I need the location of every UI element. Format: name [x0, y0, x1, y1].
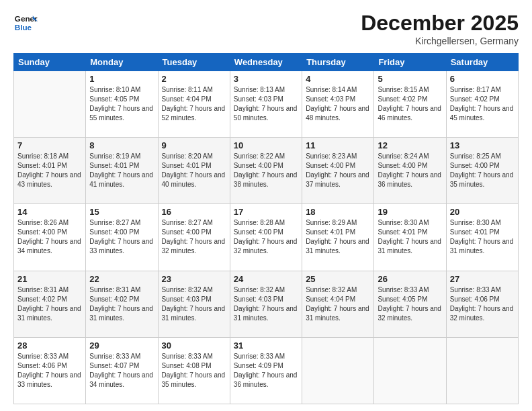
table-row: 16Sunrise: 8:27 AM Sunset: 4:00 PM Dayli… — [158, 204, 230, 271]
day-number: 5 — [378, 74, 442, 84]
day-number: 18 — [306, 207, 370, 217]
table-row: 24Sunrise: 8:32 AM Sunset: 4:03 PM Dayli… — [230, 271, 302, 337]
cell-info: Sunrise: 8:20 AM Sunset: 4:01 PM Dayligh… — [162, 152, 226, 189]
table-row: 7Sunrise: 8:18 AM Sunset: 4:01 PM Daylig… — [14, 138, 86, 204]
logo: General Blue — [13, 11, 38, 35]
table-row: 28Sunrise: 8:33 AM Sunset: 4:06 PM Dayli… — [14, 337, 86, 404]
cell-info: Sunrise: 8:27 AM Sunset: 4:00 PM Dayligh… — [162, 218, 226, 256]
cell-info: Sunrise: 8:33 AM Sunset: 4:07 PM Dayligh… — [89, 352, 154, 390]
page: General Blue December 2025 Kirchgellerse… — [0, 0, 532, 411]
calendar-week-row: 14Sunrise: 8:26 AM Sunset: 4:00 PM Dayli… — [14, 204, 519, 271]
table-row: 26Sunrise: 8:33 AM Sunset: 4:05 PM Dayli… — [374, 271, 446, 337]
table-row — [374, 337, 446, 404]
calendar-table: Sunday Monday Tuesday Wednesday Thursday… — [13, 53, 519, 404]
day-number: 9 — [162, 140, 226, 150]
cell-info: Sunrise: 8:17 AM Sunset: 4:02 PM Dayligh… — [450, 85, 515, 123]
cell-info: Sunrise: 8:22 AM Sunset: 4:00 PM Dayligh… — [234, 152, 298, 189]
cell-info: Sunrise: 8:29 AM Sunset: 4:01 PM Dayligh… — [306, 218, 370, 256]
title-block: December 2025 Kirchgellersen, Germany — [361, 11, 519, 46]
table-row: 23Sunrise: 8:32 AM Sunset: 4:03 PM Dayli… — [158, 271, 230, 337]
table-row: 6Sunrise: 8:17 AM Sunset: 4:02 PM Daylig… — [446, 71, 518, 138]
calendar-week-row: 7Sunrise: 8:18 AM Sunset: 4:01 PM Daylig… — [14, 138, 519, 204]
table-row: 13Sunrise: 8:25 AM Sunset: 4:00 PM Dayli… — [446, 138, 518, 204]
day-number: 11 — [306, 140, 370, 150]
calendar-header-row: Sunday Monday Tuesday Wednesday Thursday… — [14, 54, 519, 71]
day-number: 21 — [17, 274, 82, 284]
table-row: 15Sunrise: 8:27 AM Sunset: 4:00 PM Dayli… — [86, 204, 158, 271]
cell-info: Sunrise: 8:30 AM Sunset: 4:01 PM Dayligh… — [378, 218, 442, 256]
day-number: 6 — [450, 74, 515, 84]
cell-info: Sunrise: 8:14 AM Sunset: 4:03 PM Dayligh… — [306, 85, 370, 123]
table-row — [14, 71, 86, 138]
location: Kirchgellersen, Germany — [361, 36, 519, 46]
day-number: 4 — [306, 74, 370, 84]
table-row: 27Sunrise: 8:33 AM Sunset: 4:06 PM Dayli… — [446, 271, 518, 337]
col-monday: Monday — [86, 54, 158, 71]
cell-info: Sunrise: 8:25 AM Sunset: 4:00 PM Dayligh… — [450, 152, 515, 189]
table-row: 20Sunrise: 8:30 AM Sunset: 4:01 PM Dayli… — [446, 204, 518, 271]
cell-info: Sunrise: 8:24 AM Sunset: 4:00 PM Dayligh… — [378, 152, 442, 189]
col-saturday: Saturday — [446, 54, 518, 71]
day-number: 30 — [162, 340, 226, 351]
svg-text:Blue: Blue — [15, 23, 32, 32]
table-row: 29Sunrise: 8:33 AM Sunset: 4:07 PM Dayli… — [86, 337, 158, 404]
cell-info: Sunrise: 8:33 AM Sunset: 4:05 PM Dayligh… — [378, 285, 442, 323]
day-number: 8 — [89, 140, 154, 150]
day-number: 3 — [234, 74, 298, 84]
table-row: 8Sunrise: 8:19 AM Sunset: 4:01 PM Daylig… — [86, 138, 158, 204]
table-row: 5Sunrise: 8:15 AM Sunset: 4:02 PM Daylig… — [374, 71, 446, 138]
day-number: 29 — [89, 340, 154, 351]
calendar-week-row: 21Sunrise: 8:31 AM Sunset: 4:02 PM Dayli… — [14, 271, 519, 337]
day-number: 28 — [17, 340, 82, 351]
day-number: 24 — [234, 274, 298, 284]
logo-icon: General Blue — [13, 11, 38, 35]
cell-info: Sunrise: 8:33 AM Sunset: 4:09 PM Dayligh… — [234, 352, 298, 390]
col-wednesday: Wednesday — [230, 54, 302, 71]
col-friday: Friday — [374, 54, 446, 71]
table-row: 11Sunrise: 8:23 AM Sunset: 4:00 PM Dayli… — [302, 138, 374, 204]
cell-info: Sunrise: 8:26 AM Sunset: 4:00 PM Dayligh… — [17, 218, 82, 256]
day-number: 31 — [234, 340, 298, 351]
table-row: 4Sunrise: 8:14 AM Sunset: 4:03 PM Daylig… — [302, 71, 374, 138]
day-number: 22 — [89, 274, 154, 284]
cell-info: Sunrise: 8:23 AM Sunset: 4:00 PM Dayligh… — [306, 152, 370, 189]
day-number: 17 — [234, 207, 298, 217]
table-row: 3Sunrise: 8:13 AM Sunset: 4:03 PM Daylig… — [230, 71, 302, 138]
table-row: 17Sunrise: 8:28 AM Sunset: 4:00 PM Dayli… — [230, 204, 302, 271]
calendar-week-row: 28Sunrise: 8:33 AM Sunset: 4:06 PM Dayli… — [14, 337, 519, 404]
table-row — [446, 337, 518, 404]
cell-info: Sunrise: 8:32 AM Sunset: 4:03 PM Dayligh… — [162, 285, 226, 323]
cell-info: Sunrise: 8:27 AM Sunset: 4:00 PM Dayligh… — [89, 218, 154, 256]
table-row: 31Sunrise: 8:33 AM Sunset: 4:09 PM Dayli… — [230, 337, 302, 404]
table-row: 21Sunrise: 8:31 AM Sunset: 4:02 PM Dayli… — [14, 271, 86, 337]
cell-info: Sunrise: 8:15 AM Sunset: 4:02 PM Dayligh… — [378, 85, 442, 123]
cell-info: Sunrise: 8:13 AM Sunset: 4:03 PM Dayligh… — [234, 85, 298, 123]
table-row — [302, 337, 374, 404]
day-number: 26 — [378, 274, 442, 284]
cell-info: Sunrise: 8:28 AM Sunset: 4:00 PM Dayligh… — [234, 218, 298, 256]
day-number: 14 — [17, 207, 82, 217]
table-row: 25Sunrise: 8:32 AM Sunset: 4:04 PM Dayli… — [302, 271, 374, 337]
cell-info: Sunrise: 8:31 AM Sunset: 4:02 PM Dayligh… — [89, 285, 154, 323]
cell-info: Sunrise: 8:33 AM Sunset: 4:06 PM Dayligh… — [450, 285, 515, 323]
table-row: 12Sunrise: 8:24 AM Sunset: 4:00 PM Dayli… — [374, 138, 446, 204]
table-row: 1Sunrise: 8:10 AM Sunset: 4:05 PM Daylig… — [86, 71, 158, 138]
cell-info: Sunrise: 8:31 AM Sunset: 4:02 PM Dayligh… — [17, 285, 82, 323]
day-number: 20 — [450, 207, 515, 217]
cell-info: Sunrise: 8:33 AM Sunset: 4:08 PM Dayligh… — [162, 352, 226, 390]
cell-info: Sunrise: 8:11 AM Sunset: 4:04 PM Dayligh… — [162, 85, 226, 123]
day-number: 15 — [89, 207, 154, 217]
day-number: 27 — [450, 274, 515, 284]
month-title: December 2025 — [361, 11, 519, 36]
cell-info: Sunrise: 8:32 AM Sunset: 4:04 PM Dayligh… — [306, 285, 370, 323]
col-tuesday: Tuesday — [158, 54, 230, 71]
day-number: 25 — [306, 274, 370, 284]
col-thursday: Thursday — [302, 54, 374, 71]
table-row: 22Sunrise: 8:31 AM Sunset: 4:02 PM Dayli… — [86, 271, 158, 337]
table-row: 9Sunrise: 8:20 AM Sunset: 4:01 PM Daylig… — [158, 138, 230, 204]
cell-info: Sunrise: 8:30 AM Sunset: 4:01 PM Dayligh… — [450, 218, 515, 256]
table-row: 18Sunrise: 8:29 AM Sunset: 4:01 PM Dayli… — [302, 204, 374, 271]
day-number: 1 — [89, 74, 154, 84]
table-row: 30Sunrise: 8:33 AM Sunset: 4:08 PM Dayli… — [158, 337, 230, 404]
table-row: 2Sunrise: 8:11 AM Sunset: 4:04 PM Daylig… — [158, 71, 230, 138]
